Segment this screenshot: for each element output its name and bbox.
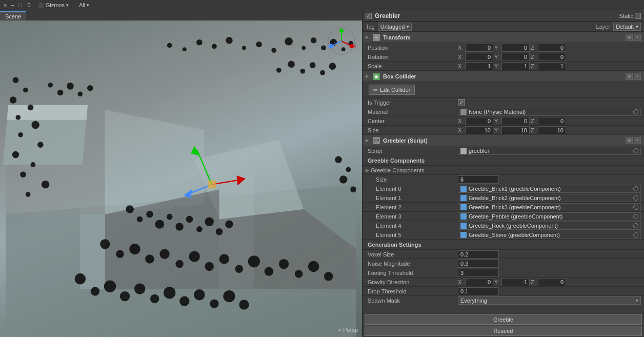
material-field[interactable]: None (Physic Material): [458, 108, 641, 116]
svg-point-33: [301, 46, 306, 50]
box-collider-header[interactable]: ▶ ▣ Box Collider ⚙ ?: [363, 71, 644, 82]
close-icon[interactable]: ×: [2, 2, 8, 8]
svg-point-29: [242, 46, 246, 50]
gravity-z[interactable]: [538, 278, 566, 286]
edit-collider-btn[interactable]: ✏ Edit Collider: [369, 85, 415, 95]
voxel-size-value: [458, 250, 641, 259]
svg-point-30: [256, 42, 262, 48]
svg-point-105: [350, 187, 356, 193]
greeble-btn[interactable]: Greeble: [365, 314, 642, 325]
collider-help-btn[interactable]: ?: [634, 73, 641, 80]
noise-magnitude-input[interactable]: [458, 260, 499, 268]
element-3-select[interactable]: [633, 214, 638, 219]
svg-point-85: [91, 287, 99, 295]
element-1-field[interactable]: Greeble_Brick2 (greebleComponent): [458, 194, 641, 202]
gravity-x[interactable]: [465, 278, 493, 286]
position-x[interactable]: [465, 44, 493, 52]
element-2-field[interactable]: Greeble_Brick3 (greebleComponent): [458, 203, 641, 211]
position-z[interactable]: [538, 44, 566, 52]
transform-menu-btn[interactable]: ⚙: [626, 34, 633, 41]
tag-dropdown[interactable]: Untagged ▾: [378, 23, 412, 31]
svg-point-44: [31, 121, 39, 129]
script-select-btn[interactable]: [633, 148, 638, 153]
scale-x[interactable]: [465, 62, 493, 70]
script-field[interactable]: greebler: [458, 147, 641, 155]
scale-z[interactable]: [538, 62, 566, 70]
greebler-script-header[interactable]: ▶ C# Greebler (Script) ⚙ ?: [363, 135, 644, 146]
svg-point-74: [189, 251, 199, 262]
reseed-btn[interactable]: Reseed: [365, 326, 642, 336]
transform-header[interactable]: ▶ ⊹ Transform ⚙ ?: [363, 32, 644, 43]
svg-point-34: [311, 37, 317, 44]
collider-size-z[interactable]: [538, 126, 566, 134]
drop-threshold-input[interactable]: [458, 287, 499, 295]
rotation-y[interactable]: [501, 53, 530, 61]
element-3-field[interactable]: Greeble_Pebble (greebleComponent): [458, 212, 641, 221]
svg-text:Z: Z: [328, 45, 331, 48]
element-3-row: Element 3 Greeble_Pebble (greebleCompone…: [363, 212, 644, 221]
position-y[interactable]: [501, 44, 530, 52]
center-x[interactable]: [465, 117, 493, 125]
svg-point-75: [205, 262, 213, 271]
footing-threshold-input[interactable]: [458, 269, 499, 277]
active-checkbox[interactable]: [366, 13, 372, 19]
rotation-z[interactable]: [538, 53, 566, 61]
svg-point-39: [13, 77, 19, 83]
material-select-btn[interactable]: [633, 109, 638, 114]
collapse-arrow-gc[interactable]: ▶: [366, 168, 369, 173]
transform-help-btn[interactable]: ?: [634, 34, 641, 41]
bottom-buttons: Greeble Reseed: [363, 313, 644, 337]
static-checkbox[interactable]: [635, 13, 641, 19]
script-menu-btn[interactable]: ⚙: [626, 137, 633, 144]
svg-point-90: [164, 287, 175, 299]
collider-size-y[interactable]: [501, 126, 530, 134]
minimize-icon[interactable]: −: [9, 2, 15, 8]
center-z[interactable]: [538, 117, 566, 125]
element-1-row: Element 1 Greeble_Brick2 (greebleCompone…: [363, 193, 644, 203]
svg-point-94: [223, 290, 235, 302]
svg-point-111: [350, 44, 354, 48]
element-0-field[interactable]: Greeble_Brick1 (greebleComponent): [458, 185, 641, 193]
spawn-mask-dropdown[interactable]: Everything ▾: [458, 296, 641, 305]
element-0-select[interactable]: [633, 186, 638, 191]
maximize-icon[interactable]: □: [17, 2, 24, 8]
gravity-y[interactable]: [501, 278, 530, 286]
element-2-icon: [460, 204, 467, 210]
svg-point-58: [137, 216, 143, 223]
script-icon: [460, 148, 467, 154]
greeble-components-section: Greeble Components: [363, 155, 644, 166]
svg-point-100: [320, 70, 325, 75]
svg-point-57: [126, 205, 133, 213]
scene-tab[interactable]: Scene: [0, 11, 26, 21]
element-5-field[interactable]: Greeble_Stone (greebleComponent): [458, 231, 641, 239]
rotation-x[interactable]: [465, 53, 493, 61]
collider-edit-icon: ✏: [373, 87, 378, 93]
element-4-field[interactable]: Greeble_Rock (greebleComponent): [458, 222, 641, 230]
scale-y[interactable]: [501, 62, 530, 70]
gizmos-btn[interactable]: 🎥 Gizmos ▾: [35, 0, 72, 10]
layer-dropdown[interactable]: Default ▾: [613, 23, 641, 31]
center-y[interactable]: [501, 117, 530, 125]
collider-menu-btn[interactable]: ⚙: [626, 73, 633, 80]
svg-point-43: [15, 115, 21, 120]
all-btn[interactable]: All ▾: [76, 0, 92, 10]
element-4-select[interactable]: [633, 223, 638, 228]
element-3-icon: [460, 213, 467, 220]
is-trigger-checkbox[interactable]: [458, 99, 465, 106]
svg-point-91: [179, 296, 189, 306]
script-help-btn[interactable]: ?: [634, 137, 641, 144]
voxel-size-input[interactable]: [458, 250, 499, 259]
svg-point-49: [20, 171, 26, 177]
svg-point-32: [285, 37, 292, 45]
element-1-select[interactable]: [633, 195, 638, 201]
collapse-arrow-script: ▶: [366, 138, 369, 143]
inspector-content[interactable]: ▶ ⊹ Transform ⚙ ? Position X Y Z: [363, 32, 644, 313]
noise-magnitude-row: Noise Magnitude: [363, 259, 644, 268]
element-5-select[interactable]: [633, 232, 638, 237]
collider-size-x[interactable]: [465, 126, 493, 134]
spawn-mask-row: Spawn Mask Everything ▾: [363, 296, 644, 305]
element-2-select[interactable]: [633, 205, 638, 210]
array-size-input[interactable]: [458, 175, 499, 184]
edit-collider-row: ✏ Edit Collider: [363, 82, 644, 98]
svg-point-64: [196, 226, 203, 232]
